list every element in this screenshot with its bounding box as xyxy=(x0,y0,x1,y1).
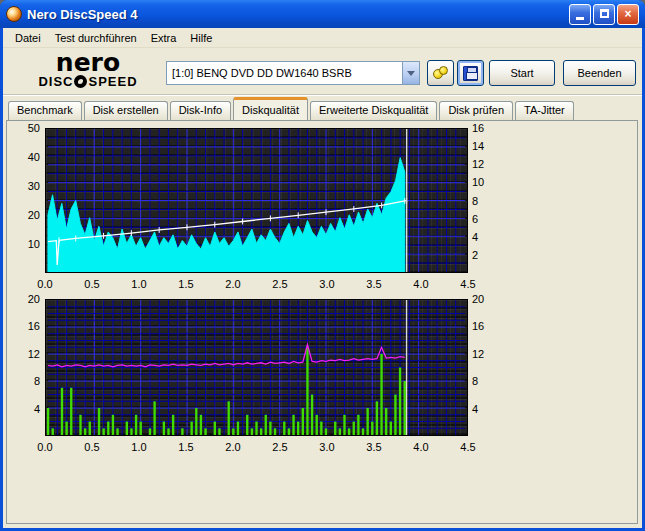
axis-tick-label: 3.0 xyxy=(314,278,340,290)
axis-tick-label: 0.5 xyxy=(79,441,105,453)
menu-hilfe[interactable]: Hilfe xyxy=(183,30,219,46)
axis-tick-label: 4 xyxy=(8,403,40,415)
pi-failures-jitter-chart-plot xyxy=(45,299,468,436)
axis-tick-label: 3.5 xyxy=(361,441,387,453)
axis-tick-label: 8 xyxy=(472,375,498,387)
axis-tick-label: 30 xyxy=(8,180,40,192)
menu-bar: Datei Test durchführen Extra Hilfe xyxy=(3,28,642,48)
tab-disk-pruefen[interactable]: Disk prüfen xyxy=(439,101,513,120)
axis-tick-label: 40 xyxy=(8,151,40,163)
start-button[interactable]: Start xyxy=(489,60,555,86)
quit-button[interactable]: Beenden xyxy=(563,60,636,86)
axis-tick-label: 1.5 xyxy=(173,441,199,453)
logo-nero-text: nero xyxy=(28,52,148,74)
save-button[interactable] xyxy=(457,60,484,86)
tab-disk-erstellen[interactable]: Disk erstellen xyxy=(84,101,168,120)
tab-disk-info[interactable]: Disk-Info xyxy=(170,101,231,120)
menu-test-durchfuehren[interactable]: Test durchführen xyxy=(48,30,144,46)
axis-tick-label: 12 xyxy=(8,348,40,360)
axis-tick-label: 2 xyxy=(472,249,498,261)
save-icon xyxy=(463,66,478,81)
drive-select[interactable]: [1:0] BENQ DVD DD DW1640 BSRB xyxy=(166,61,420,85)
app-icon xyxy=(6,6,22,22)
axis-tick-label: 4.5 xyxy=(455,441,481,453)
axis-tick-label: 3.5 xyxy=(361,278,387,290)
axis-tick-label: 20 xyxy=(8,209,40,221)
app-window: Nero DiscSpeed 4 × Datei Test durchführe… xyxy=(0,0,645,531)
axis-tick-label: 10 xyxy=(472,176,498,188)
axis-tick-label: 8 xyxy=(8,375,40,387)
axis-tick-label: 2.0 xyxy=(220,441,246,453)
menu-datei[interactable]: Datei xyxy=(8,30,48,46)
tab-strip: Benchmark Disk erstellen Disk-Info Diskq… xyxy=(8,98,574,120)
axis-tick-label: 4.5 xyxy=(455,278,481,290)
axis-tick-label: 16 xyxy=(472,320,498,332)
axis-tick-label: 16 xyxy=(472,122,498,134)
close-icon: × xyxy=(624,7,631,21)
axis-tick-label: 4 xyxy=(472,231,498,243)
axis-tick-label: 1.0 xyxy=(126,441,152,453)
axis-tick-label: 4 xyxy=(472,403,498,415)
chevron-down-icon[interactable] xyxy=(402,62,419,84)
axis-tick-label: 8 xyxy=(472,195,498,207)
axis-tick-label: 12 xyxy=(472,348,498,360)
axis-tick-label: 4.0 xyxy=(408,441,434,453)
axis-tick-label: 0.5 xyxy=(79,278,105,290)
axis-tick-label: 20 xyxy=(472,293,498,305)
axis-tick-label: 4.0 xyxy=(408,278,434,290)
window-title: Nero DiscSpeed 4 xyxy=(27,7,567,22)
drive-select-value: [1:0] BENQ DVD DD DW1640 BSRB xyxy=(167,67,402,79)
pi-errors-chart-plot xyxy=(45,128,468,273)
logo-speed-text: SPEED xyxy=(88,74,137,89)
minimize-button[interactable] xyxy=(569,4,591,25)
axis-tick-label: 2.5 xyxy=(267,278,293,290)
axis-tick-label: 1.0 xyxy=(126,278,152,290)
axis-tick-label: 10 xyxy=(8,238,40,250)
axis-tick-label: 3.0 xyxy=(314,441,340,453)
maximize-button[interactable] xyxy=(593,4,615,25)
tab-erweiterte-diskqualitaet[interactable]: Erweiterte Diskqualität xyxy=(310,101,437,120)
close-button[interactable]: × xyxy=(617,4,639,25)
axis-tick-label: 50 xyxy=(8,122,40,134)
axis-tick-label: 0.0 xyxy=(32,441,58,453)
axis-tick-label: 6 xyxy=(472,213,498,225)
axis-tick-label: 1.5 xyxy=(173,278,199,290)
axis-tick-label: 0.0 xyxy=(32,278,58,290)
tab-diskqualitaet[interactable]: Diskqualität xyxy=(233,97,308,120)
pi-errors-chart: 10203040502468101214160.00.51.01.52.02.5… xyxy=(8,128,498,293)
toolbar-separator xyxy=(3,94,642,96)
tab-ta-jitter[interactable]: TA-Jitter xyxy=(515,101,574,120)
logo-disc-text: DISC xyxy=(38,74,73,89)
axis-tick-label: 12 xyxy=(472,158,498,170)
tab-page-top-border xyxy=(6,120,638,121)
tab-benchmark[interactable]: Benchmark xyxy=(8,101,82,120)
pi-failures-jitter-chart: 48121620481216200.00.51.01.52.02.53.03.5… xyxy=(8,299,498,456)
eject-button[interactable] xyxy=(427,60,454,86)
axis-tick-label: 20 xyxy=(8,293,40,305)
axis-tick-label: 2.5 xyxy=(267,441,293,453)
maximize-icon xyxy=(600,9,609,18)
axis-tick-label: 14 xyxy=(472,140,498,152)
nero-discspeed-logo: nero DISCSPEED xyxy=(28,52,148,89)
axis-tick-label: 2.0 xyxy=(220,278,246,290)
title-bar: Nero DiscSpeed 4 × xyxy=(0,0,645,28)
logo-discspeed-text: DISCSPEED xyxy=(28,74,148,89)
disc-icon xyxy=(74,75,87,88)
eject-disc-icon xyxy=(433,66,449,80)
minimize-icon xyxy=(576,17,584,20)
axis-tick-label: 16 xyxy=(8,320,40,332)
menu-extra[interactable]: Extra xyxy=(144,30,184,46)
